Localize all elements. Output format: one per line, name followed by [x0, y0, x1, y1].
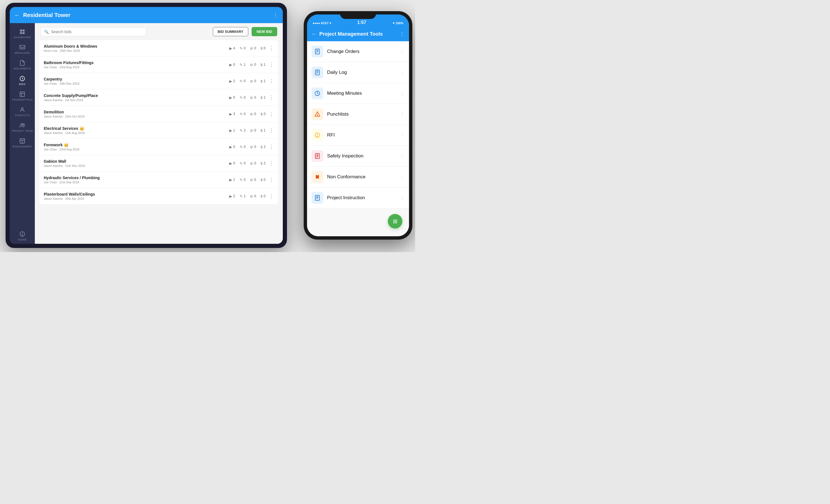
bid-row[interactable]: Hydraulic Services / Plumbing Joe Chan ·… [39, 171, 278, 188]
sidebar-label-documents: DOCUMENTS [14, 67, 31, 70]
phone-list-item-rfi[interactable]: RFI ⋮ [307, 125, 409, 146]
item-chevron-change-orders[interactable]: ⋮ [400, 49, 405, 54]
send-count: 0 [233, 96, 235, 99]
send-icon: ▶ [229, 128, 232, 133]
search-input[interactable] [51, 30, 142, 34]
bid-info: Bathroom Fixtures/Fittings Joe Chan · 23… [44, 60, 229, 69]
block-icon: ⊘ [250, 63, 253, 67]
item-chevron-punchlists[interactable]: ⋮ [400, 112, 405, 117]
bid-row[interactable]: Aluminum Doors & Windows Kevin Lee · 26t… [39, 40, 278, 57]
bid-info: Demolition Jason Kamha · 23rd Oct 2019 [44, 110, 229, 118]
phone-list-item-daily-log[interactable]: Daily Log ⋮ [307, 62, 409, 83]
phone-list-item-non-conformance[interactable]: Non Conformance ⋮ [307, 167, 409, 188]
bid-info: Electrical Services 👑 Jason Kamha · 11th… [44, 126, 229, 134]
svg-point-10 [21, 124, 23, 125]
phone-fab-button[interactable]: ⊞ [388, 214, 402, 228]
sidebar-item-management[interactable]: MANAGEMENT [10, 135, 35, 151]
item-chevron-rfi[interactable]: ⋮ [400, 133, 405, 138]
item-chevron-non-conformance[interactable]: ⋮ [400, 175, 405, 180]
bid-row[interactable]: Electrical Services 👑 Jason Kamha · 11th… [39, 122, 278, 139]
sidebar-item-messages[interactable]: MESSAGES [10, 41, 35, 57]
bid-more-icon[interactable]: ⋮ [269, 177, 274, 183]
stat-edit: ✎ 1 [240, 63, 246, 67]
stat-send: ▶ 0 [229, 63, 235, 67]
bid-row[interactable]: Carpentry Joe Chan · 19th Dec 2019 ▶ 2 ✎… [39, 73, 278, 89]
sidebar-item-documents[interactable]: DOCUMENTS [10, 57, 35, 73]
search-container[interactable]: 🔍 [40, 27, 146, 36]
sidebar-item-contacts[interactable]: CONTACTS [10, 104, 35, 120]
edit-count: 0 [244, 96, 246, 99]
phone-list-item-change-orders[interactable]: Change Orders ⋮ [307, 41, 409, 62]
sidebar-item-transmittals[interactable]: TRANSMITTALS [10, 88, 35, 104]
bid-row[interactable]: Plasterboard Walls/Ceilings Jason Kamha … [39, 188, 278, 204]
svg-rect-6 [20, 92, 25, 97]
dollar-icon: $ [260, 178, 262, 182]
sidebar-item-bids[interactable]: BIDS [10, 73, 35, 88]
bid-more-icon[interactable]: ⋮ [269, 144, 274, 150]
send-count: 0 [233, 161, 235, 165]
sidebar-item-dashboard[interactable]: DASHBOARD [10, 26, 35, 41]
item-chevron-project-instruction[interactable]: ⋮ [400, 195, 405, 200]
bid-stats: ▶ 0 ✎ 0 ⊘ 0 $ 2 [229, 161, 265, 165]
item-icon-meeting-minutes [312, 88, 323, 99]
bid-summary-button[interactable]: BID SUMMARY [213, 27, 248, 36]
item-icon-punchlists [312, 108, 323, 120]
phone-list-item-meeting-minutes[interactable]: Meeting Minutes ⋮ [307, 83, 409, 104]
stat-dollar: $ 1 [260, 63, 265, 67]
stat-dollar: $ 0 [260, 194, 265, 198]
block-icon: ⊘ [250, 46, 253, 51]
bid-stats: ▶ 3 ✎ 0 ⊘ 0 $ 0 [229, 112, 265, 116]
sidebar-label-transmittals: TRANSMITTALS [12, 98, 33, 101]
block-count: 0 [254, 145, 256, 149]
stat-send: ▶ 0 [229, 96, 235, 100]
bid-more-icon[interactable]: ⋮ [269, 111, 274, 117]
sidebar-item-guide[interactable]: GUIDE [10, 228, 35, 244]
edit-count: 0 [244, 46, 246, 50]
bid-meta: Jason Kamha · 1st Nov 2019 [44, 98, 229, 102]
bid-row[interactable]: Formwork 👑 Joe Chan · 23rd Aug 2018 ▶ 0 … [39, 139, 278, 155]
phone-back-button[interactable]: ← [312, 31, 317, 37]
stat-edit: ✎ 0 [240, 46, 246, 51]
stat-edit: ✎ 0 [240, 145, 246, 149]
phone-items-list: Change Orders ⋮ Daily Log ⋮ Meeting Minu… [307, 41, 409, 236]
item-chevron-daily-log[interactable]: ⋮ [400, 70, 405, 75]
item-chevron-meeting-minutes[interactable]: ⋮ [400, 91, 405, 96]
bid-more-icon[interactable]: ⋮ [269, 193, 274, 199]
phone-list-item-safety-inspection[interactable]: Safety Inspection ⋮ [307, 146, 409, 167]
bid-row[interactable]: Demolition Jason Kamha · 23rd Oct 2019 ▶… [39, 106, 278, 122]
tablet-back-button[interactable]: ← [14, 12, 20, 19]
sidebar-item-project-team[interactable]: PROJECT TEAM [10, 120, 35, 135]
stat-send: ▶ 1 [229, 178, 235, 182]
item-label-meeting-minutes: Meeting Minutes [327, 91, 400, 96]
bid-meta: Joe Chan · 21st Sep 2018 [44, 181, 229, 184]
stat-send: ▶ 0 [229, 145, 235, 149]
stat-dollar: $ 1 [260, 96, 265, 100]
dollar-icon: $ [260, 79, 262, 83]
bid-name: Aluminum Doors & Windows [44, 44, 229, 49]
bid-name: Plasterboard Walls/Ceilings [44, 192, 229, 196]
bid-more-icon[interactable]: ⋮ [269, 160, 274, 166]
send-count: 1 [233, 128, 235, 132]
bid-more-icon[interactable]: ⋮ [269, 127, 274, 133]
block-icon: ⊘ [250, 194, 253, 198]
bid-row[interactable]: Concrete Supply/Pump/Place Jason Kamha ·… [39, 89, 278, 106]
bid-more-icon[interactable]: ⋮ [269, 45, 274, 51]
phone-menu-icon[interactable]: ⋮ [400, 31, 405, 37]
send-count: 0 [233, 63, 235, 67]
bid-row[interactable]: Bathroom Fixtures/Fittings Joe Chan · 23… [39, 57, 278, 73]
send-icon: ▶ [229, 145, 232, 149]
item-icon-change-orders [312, 46, 323, 57]
phone-list-item-punchlists[interactable]: Punchlists ⋮ [307, 104, 409, 125]
new-bid-button[interactable]: NEW BID [252, 27, 277, 36]
tablet-menu-icon[interactable]: ⋮ [273, 12, 278, 19]
item-chevron-safety-inspection[interactable]: ⋮ [400, 154, 405, 159]
phone-list-item-project-instruction[interactable]: Project Instruction ⋮ [307, 188, 409, 209]
bid-more-icon[interactable]: ⋮ [269, 94, 274, 101]
bid-more-icon[interactable]: ⋮ [269, 78, 274, 84]
block-count: 0 [254, 194, 256, 198]
block-count: 0 [254, 96, 256, 99]
bid-more-icon[interactable]: ⋮ [269, 62, 274, 68]
bid-row[interactable]: Gabion Wall Jason Kamha · 11th Nov 2019 … [39, 155, 278, 171]
svg-rect-0 [20, 30, 22, 31]
edit-icon: ✎ [240, 46, 243, 51]
